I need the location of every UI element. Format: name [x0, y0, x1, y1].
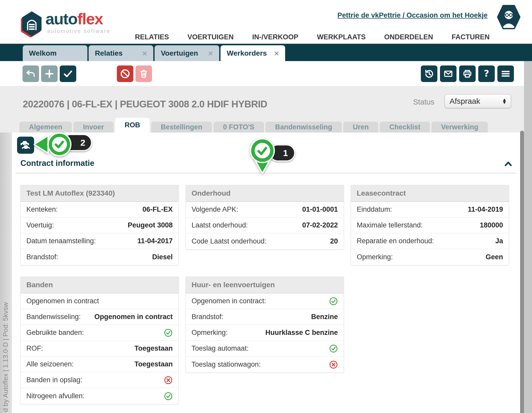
card-leasecontract: LeasecontractEinddatum:11-04-2019Maximal… [351, 185, 509, 265]
detail-tab-invoer[interactable]: Invoer [73, 122, 113, 132]
cross-icon [329, 360, 338, 369]
nav-item-relaties[interactable]: RELATIES [135, 33, 169, 41]
nav-item-onderdelen[interactable]: ONDERDELEN [384, 33, 433, 41]
confirm-button[interactable] [60, 65, 76, 82]
row-label: Brandstof: [26, 253, 58, 261]
scrollbar-thumb[interactable] [520, 131, 524, 413]
card-row: Gebruikte banden: [21, 325, 178, 341]
row-value: 11-04-2017 [137, 237, 173, 245]
detail-tab-checklist[interactable]: Checklist [380, 122, 430, 132]
section-title: Contract informatie [20, 159, 94, 168]
status-select[interactable]: Afspraak ▲▼ [445, 94, 511, 108]
row-label: Code Laatst onderhoud: [192, 237, 267, 245]
svg-text:?: ? [484, 68, 489, 79]
brand-tagline: automotive software [45, 28, 110, 34]
row-label: Opgenomen in contract [26, 297, 99, 305]
select-spinner-icon: ▲▼ [502, 98, 507, 104]
menu-button[interactable] [497, 65, 514, 82]
add-button[interactable] [41, 65, 58, 82]
check-icon [164, 392, 173, 401]
detail-tab-0-foto-s[interactable]: 0 FOTO'S [214, 122, 264, 132]
detail-tab-bandenwisseling[interactable]: Bandenwisseling [265, 122, 342, 132]
row-value: Ja [495, 237, 503, 245]
row-value: 180000 [480, 221, 503, 229]
two-cars-icon [19, 139, 32, 151]
block-icon [120, 68, 131, 79]
row-value: 20 [330, 237, 338, 245]
toolbar-group-right: ? [421, 65, 514, 82]
row-label: Volgende APK: [192, 205, 238, 213]
contract-cards-grid: Test LM Autoflex (923340)Kenteken:06-FL-… [20, 185, 509, 404]
detail-tab-uren[interactable]: Uren [343, 122, 378, 132]
card-title: Test LM Autoflex (923340) [21, 185, 178, 202]
row-value: Geen [485, 253, 503, 261]
card-row: Opgenomen in contract [21, 293, 178, 309]
confirm-icon [63, 68, 73, 79]
tab-label: Werkorders [227, 49, 267, 57]
card-row: Reparatie en onderhoud:Ja [351, 233, 509, 249]
row-value: Huurklasse C benzine [265, 329, 338, 337]
row-label: Opmerking: [192, 329, 228, 337]
block-button[interactable] [117, 65, 133, 82]
row-label: Maximale tellerstand: [357, 221, 423, 229]
row-label: Nitrogeen afvullen: [26, 392, 85, 400]
card-title: Banden [21, 277, 178, 293]
row-value: 07-02-2022 [302, 221, 338, 229]
card-test-lm-autoflex-923340: Test LM Autoflex (923340)Kenteken:06-FL-… [20, 185, 179, 265]
tab-close-icon[interactable]: × [274, 49, 279, 57]
check-icon [329, 297, 338, 306]
row-label: Voertuig: [26, 221, 54, 229]
help-button[interactable]: ? [478, 65, 495, 82]
card-title: Huur- en leenvoertuigen [186, 277, 344, 293]
mail-button[interactable] [440, 65, 457, 82]
nav-item-werkplaats[interactable]: WERKPLAATS [317, 33, 366, 41]
user-account-link[interactable]: Pettrie de vkPettrie / Occasion om het H… [337, 11, 488, 19]
nav-item-voertuigen[interactable]: VOERTUIGEN [187, 33, 234, 41]
nav-item-in-verkoop[interactable]: IN-/VERKOOP [252, 33, 299, 41]
main-nav: RELATIESVOERTUIGENIN-/VERKOOPWERKPLAATSO… [135, 33, 490, 41]
user-avatar[interactable] [496, 4, 521, 30]
tab-label: Welkom [29, 49, 57, 57]
detail-tab-rob[interactable]: ROB [115, 118, 150, 132]
scrollbar-track [524, 61, 532, 413]
status-label: Status [413, 98, 434, 106]
workorder-title: 20220076 | 06-FL-EX | PEUGEOT 3008 2.0 H… [23, 99, 267, 110]
history-button[interactable] [421, 65, 437, 82]
cross-icon [164, 376, 173, 385]
history-icon [424, 68, 435, 79]
row-value: 01-01-0001 [302, 205, 338, 213]
row-label: Banden in opslag: [26, 376, 82, 384]
card-row: Opmerking:Huurklasse C benzine [186, 325, 344, 341]
tab-werkorders[interactable]: Werkorders× [221, 45, 285, 61]
menu-icon [500, 68, 511, 79]
app-header: autoflex automotive software RELATIESVOE… [0, 0, 532, 44]
card-row: Voertuig:Peugeot 3008 [21, 218, 178, 233]
tab-voertuigen[interactable]: Voertuigen× [155, 45, 219, 61]
detail-tab-verwerking[interactable]: Verwerking [431, 122, 488, 132]
card-row: Bandenwisseling:Opgenomen in contract [21, 309, 178, 325]
card-banden: BandenOpgenomen in contractBandenwisseli… [20, 277, 179, 404]
vehicles-badge-button[interactable] [17, 137, 34, 154]
detail-tab-bestellingen[interactable]: Bestellingen [151, 122, 212, 132]
undo-button[interactable] [22, 65, 39, 82]
row-label: Opgenomen in contract: [192, 297, 266, 305]
card-row: Einddatum:11-04-2019 [351, 202, 509, 218]
row-label: Brandstof: [192, 313, 223, 321]
card-row: Laatst onderhoud:07-02-2022 [186, 218, 344, 233]
print-button[interactable] [459, 65, 476, 82]
row-label: Gebruikte banden: [26, 329, 84, 337]
nav-item-facturen[interactable]: FACTUREN [452, 33, 490, 41]
delete-button[interactable] [135, 65, 152, 82]
chevron-up-icon[interactable] [504, 160, 513, 168]
card-row: Opgenomen in contract: [186, 293, 344, 309]
card-row: Kenteken:06-FL-EX [21, 202, 178, 218]
card-title: Onderhoud [186, 185, 344, 202]
tab-close-icon[interactable]: × [142, 49, 147, 57]
tab-relaties[interactable]: Relaties× [89, 45, 153, 61]
row-value: Peugeot 3008 [128, 221, 173, 229]
tab-welkom[interactable]: Welkom [23, 45, 87, 61]
toolbar: ? [0, 61, 532, 86]
tab-close-icon[interactable]: × [208, 49, 213, 57]
status-select-value: Afspraak [450, 97, 480, 106]
row-label: Opmerking: [357, 253, 393, 261]
